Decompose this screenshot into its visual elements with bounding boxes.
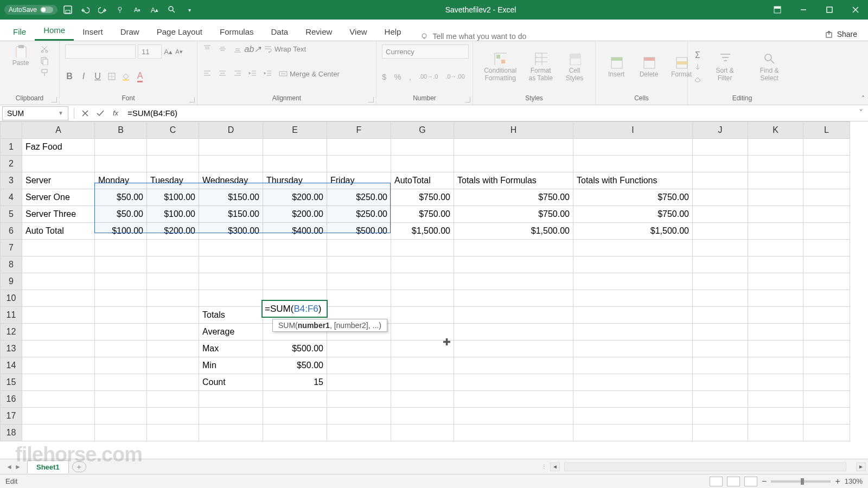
cell-I18[interactable] [573,425,693,441]
cell-H9[interactable] [454,273,573,290]
cell-L11[interactable] [803,307,850,324]
cell-E14[interactable]: $50.00 [263,357,327,374]
cell-L10[interactable] [803,290,850,307]
cell-G15[interactable] [391,374,454,391]
cell-I5[interactable]: $750.00 [573,206,693,223]
font-decrease-icon[interactable]: A▾ [130,3,144,17]
cell-D7[interactable] [199,240,263,256]
cell-K14[interactable] [748,357,803,374]
cell-B14[interactable] [95,357,147,374]
cell-J14[interactable] [693,357,748,374]
cell-F10[interactable] [327,290,391,307]
row-header-5[interactable]: 5 [1,206,22,223]
share-button[interactable]: Share [820,28,863,41]
cell-A9[interactable] [22,273,95,290]
cell-F17[interactable] [327,408,391,425]
cut-icon[interactable] [40,44,49,53]
cell-A10[interactable] [22,290,95,307]
cell-L12[interactable] [803,324,850,341]
cell-L17[interactable] [803,408,850,425]
cell-A2[interactable] [22,156,95,172]
cell-J12[interactable] [693,324,748,341]
hscroll-left-icon[interactable]: ◄ [550,463,560,471]
cell-F11[interactable] [327,307,391,324]
cell-D18[interactable] [199,425,263,441]
zoom-level[interactable]: 130% [845,477,863,485]
cell-D4[interactable]: $150.00 [199,189,263,206]
cell-E9[interactable] [263,273,327,290]
cell-L5[interactable] [803,206,850,223]
cell-F7[interactable] [327,240,391,256]
cell-K10[interactable] [748,290,803,307]
row-header-4[interactable]: 4 [1,189,22,206]
col-header-E[interactable]: E [263,122,327,139]
cell-B15[interactable] [95,374,147,391]
cell-G5[interactable]: $750.00 [391,206,454,223]
percent-format-icon[interactable]: % [394,72,401,81]
cell-J18[interactable] [693,425,748,441]
increase-indent-icon[interactable] [264,69,272,78]
cell-J3[interactable] [693,172,748,189]
col-header-F[interactable]: F [327,122,391,139]
cell-H18[interactable] [454,425,573,441]
cell-A1[interactable]: Faz Food [22,139,95,156]
tell-me-search[interactable]: Tell me what you want to do [410,32,526,41]
increase-decimal-icon[interactable]: .00→.0 [419,73,438,80]
cancel-formula-icon[interactable] [78,106,93,120]
formula-bar-input[interactable] [123,106,854,120]
minimize-icon[interactable] [791,0,816,20]
cell-J4[interactable] [693,189,748,206]
row-header-7[interactable]: 7 [1,240,22,256]
cell-F15[interactable] [327,374,391,391]
cell-K5[interactable] [748,206,803,223]
cell-L15[interactable] [803,374,850,391]
cell-K18[interactable] [748,425,803,441]
tab-help[interactable]: Help [376,22,410,41]
cell-K13[interactable] [748,341,803,357]
insert-cells-button[interactable]: Insert [601,56,631,79]
cell-H2[interactable] [454,156,573,172]
cell-H13[interactable] [454,341,573,357]
col-header-I[interactable]: I [573,122,693,139]
cell-C6[interactable]: $200.00 [147,223,199,240]
row-header-13[interactable]: 13 [1,341,22,357]
cell-C8[interactable] [147,256,199,273]
cell-C5[interactable]: $100.00 [147,206,199,223]
cell-A6[interactable]: Auto Total [22,223,95,240]
clear-icon[interactable] [693,75,702,84]
cell-A12[interactable] [22,324,95,341]
cell-B3[interactable]: Monday [95,172,147,189]
cell-G3[interactable]: AutoTotal [391,172,454,189]
cell-A18[interactable] [22,425,95,441]
col-header-D[interactable]: D [199,122,263,139]
cell-L13[interactable] [803,341,850,357]
cell-I15[interactable] [573,374,693,391]
cell-G1[interactable] [391,139,454,156]
cell-F4[interactable]: $250.00 [327,189,391,206]
cell-F2[interactable] [327,156,391,172]
cell-E5[interactable]: $200.00 [263,206,327,223]
cell-H6[interactable]: $1,500.00 [454,223,573,240]
tab-page-layout[interactable]: Page Layout [148,22,211,41]
font-family-dropdown[interactable] [65,44,136,59]
ribbon-display-icon[interactable] [765,0,790,20]
cell-styles-button[interactable]: Cell Styles [559,52,590,82]
cell-J16[interactable] [693,391,748,408]
cell-D1[interactable] [199,139,263,156]
cell-E7[interactable] [263,240,327,256]
cell-B1[interactable] [95,139,147,156]
cell-J5[interactable] [693,206,748,223]
grow-font-icon[interactable]: A▴ [164,47,173,56]
fill-color-icon[interactable] [122,72,130,81]
touch-mode-icon[interactable] [113,3,127,17]
cell-L8[interactable] [803,256,850,273]
cell-C1[interactable] [147,139,199,156]
italic-icon[interactable]: I [79,72,88,81]
cell-C12[interactable] [147,324,199,341]
cell-E1[interactable] [263,139,327,156]
cell-B7[interactable] [95,240,147,256]
sheet-nav-prev-icon[interactable]: ◄ [6,463,12,471]
cell-I7[interactable] [573,240,693,256]
cell-E4[interactable]: $200.00 [263,189,327,206]
cell-E6[interactable]: $400.00 [263,223,327,240]
